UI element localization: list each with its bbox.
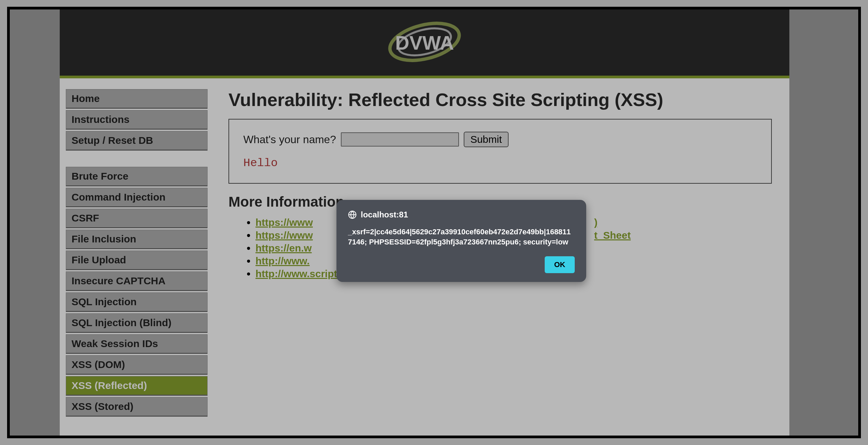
ok-button[interactable]: OK (545, 256, 575, 273)
submit-button[interactable]: Submit (464, 132, 509, 147)
page-title: Vulnerability: Reflected Cross Site Scri… (228, 89, 772, 110)
header-bar: DVWA (60, 9, 789, 78)
alert-header: localhost:81 (348, 210, 575, 219)
info-link-3[interactable]: https://en.w (255, 242, 312, 254)
svg-text:DVWA: DVWA (395, 32, 454, 54)
alert-dialog: localhost:81 _xsrf=2|cc4e5d64|5629c27a39… (336, 200, 586, 282)
info-link-1[interactable]: https://www (255, 217, 313, 228)
dvwa-logo: DVWA (382, 17, 467, 69)
sidebar-item-insecure-captcha[interactable]: Insecure CAPTCHA (66, 271, 208, 291)
info-link-2[interactable]: https://www (255, 230, 313, 241)
name-input[interactable] (341, 132, 459, 147)
sidebar-item-csrf[interactable]: CSRF (66, 209, 208, 228)
sidebar-item-file-inclusion[interactable]: File Inclusion (66, 230, 208, 249)
alert-actions: OK (348, 256, 575, 273)
form-row: What's your name? Submit (243, 132, 757, 147)
form-panel: What's your name? Submit Hello (228, 119, 772, 184)
sidebar-item-home[interactable]: Home (66, 89, 208, 109)
sidebar-group-main: Home Instructions Setup / Reset DB (66, 89, 208, 151)
alert-message: _xsrf=2|cc4e5d64|5629c27a39910cef60eb472… (348, 227, 575, 247)
info-link-1-tail[interactable]: ) (594, 217, 598, 228)
sidebar-item-setup[interactable]: Setup / Reset DB (66, 131, 208, 151)
sidebar-item-xss-dom[interactable]: XSS (DOM) (66, 355, 208, 375)
sidebar-item-file-upload[interactable]: File Upload (66, 251, 208, 270)
sidebar-item-sql-injection[interactable]: SQL Injection (66, 292, 208, 312)
info-link-2-tail[interactable]: t_Sheet (594, 230, 631, 241)
sidebar-item-brute-force[interactable]: Brute Force (66, 167, 208, 186)
alert-origin: localhost:81 (361, 210, 408, 219)
sidebar-item-weak-session-ids[interactable]: Weak Session IDs (66, 334, 208, 354)
sidebar-item-instructions[interactable]: Instructions (66, 110, 208, 130)
sidebar-group-vulns: Brute Force Command Injection CSRF File … (66, 167, 208, 417)
name-label: What's your name? (243, 133, 336, 146)
globe-icon (348, 210, 357, 219)
sidebar-item-xss-stored[interactable]: XSS (Stored) (66, 397, 208, 417)
sidebar-item-sql-injection-blind[interactable]: SQL Injection (Blind) (66, 313, 208, 333)
app-frame: DVWA Home Instructions Setup / Reset DB … (7, 7, 861, 438)
info-link-4[interactable]: http://www. (255, 255, 310, 266)
response-text: Hello (243, 157, 757, 169)
sidebar-item-command-injection[interactable]: Command Injection (66, 188, 208, 207)
sidebar: Home Instructions Setup / Reset DB Brute… (60, 89, 208, 418)
sidebar-item-xss-reflected[interactable]: XSS (Reflected) (66, 376, 208, 396)
